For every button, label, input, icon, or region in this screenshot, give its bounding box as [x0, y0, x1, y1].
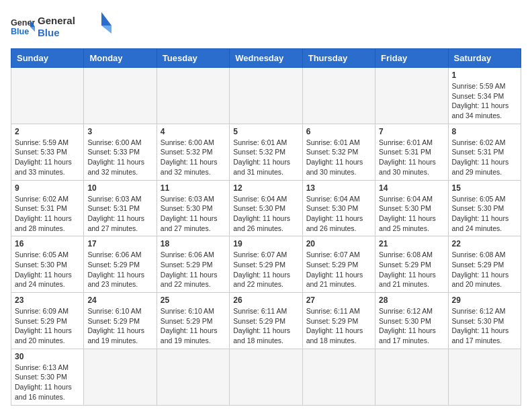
day-cell: 26Sunrise: 6:11 AMSunset: 5:29 PMDayligh…	[230, 293, 302, 349]
day-cell: 20Sunrise: 6:07 AMSunset: 5:29 PMDayligh…	[302, 236, 375, 293]
day-cell: 10Sunrise: 6:03 AMSunset: 5:31 PMDayligh…	[84, 180, 157, 236]
week-row-3: 9Sunrise: 6:02 AMSunset: 5:31 PMDaylight…	[11, 180, 521, 236]
day-cell: 6Sunrise: 6:01 AMSunset: 5:32 PMDaylight…	[302, 124, 375, 180]
svg-text:Blue: Blue	[38, 27, 60, 38]
weekday-tuesday: Tuesday	[157, 49, 229, 68]
day-number: 24	[87, 295, 152, 305]
day-info: Sunrise: 6:08 AMSunset: 5:29 PMDaylight:…	[379, 250, 444, 289]
day-number: 14	[379, 183, 444, 193]
day-cell: 11Sunrise: 6:03 AMSunset: 5:30 PMDayligh…	[157, 180, 229, 236]
day-cell: 19Sunrise: 6:07 AMSunset: 5:29 PMDayligh…	[230, 236, 302, 293]
day-cell: 23Sunrise: 6:09 AMSunset: 5:29 PMDayligh…	[11, 293, 84, 349]
day-cell: 4Sunrise: 6:00 AMSunset: 5:32 PMDaylight…	[157, 124, 229, 180]
day-info: Sunrise: 6:07 AMSunset: 5:29 PMDaylight:…	[233, 250, 298, 289]
day-cell	[84, 349, 157, 405]
day-info: Sunrise: 6:00 AMSunset: 5:33 PMDaylight:…	[87, 138, 152, 177]
day-info: Sunrise: 5:59 AMSunset: 5:33 PMDaylight:…	[15, 138, 80, 177]
day-cell	[230, 349, 302, 405]
day-cell: 13Sunrise: 6:04 AMSunset: 5:30 PMDayligh…	[302, 180, 375, 236]
weekday-sunday: Sunday	[11, 49, 84, 68]
day-cell: 9Sunrise: 6:02 AMSunset: 5:31 PMDaylight…	[11, 180, 84, 236]
day-info: Sunrise: 6:00 AMSunset: 5:32 PMDaylight:…	[161, 138, 226, 177]
svg-text:General: General	[38, 15, 75, 26]
day-number: 10	[87, 183, 152, 193]
day-cell: 21Sunrise: 6:08 AMSunset: 5:29 PMDayligh…	[375, 236, 448, 293]
day-cell	[448, 349, 521, 405]
day-info: Sunrise: 6:11 AMSunset: 5:29 PMDaylight:…	[306, 306, 371, 346]
day-info: Sunrise: 6:05 AMSunset: 5:30 PMDaylight:…	[15, 250, 80, 289]
day-cell	[11, 68, 84, 124]
weekday-friday: Friday	[375, 49, 448, 68]
day-cell: 29Sunrise: 6:12 AMSunset: 5:30 PMDayligh…	[448, 293, 521, 349]
day-number: 2	[15, 127, 80, 136]
day-number: 4	[161, 127, 226, 136]
day-info: Sunrise: 6:10 AMSunset: 5:29 PMDaylight:…	[87, 306, 152, 346]
day-number: 20	[306, 239, 371, 248]
day-number: 19	[233, 239, 298, 248]
day-cell: 22Sunrise: 6:08 AMSunset: 5:29 PMDayligh…	[448, 236, 521, 293]
day-cell: 7Sunrise: 6:01 AMSunset: 5:31 PMDaylight…	[375, 124, 448, 180]
weekday-monday: Monday	[84, 49, 157, 68]
day-number: 15	[452, 183, 517, 193]
day-info: Sunrise: 5:59 AMSunset: 5:34 PMDaylight:…	[452, 81, 517, 121]
day-number: 6	[306, 127, 371, 136]
day-info: Sunrise: 6:13 AMSunset: 5:30 PMDaylight:…	[15, 363, 80, 402]
day-number: 17	[87, 239, 152, 248]
generalblue-logo: General Blue	[38, 11, 112, 40]
day-number: 1	[452, 71, 517, 80]
day-info: Sunrise: 6:03 AMSunset: 5:31 PMDaylight:…	[87, 194, 152, 234]
day-info: Sunrise: 6:01 AMSunset: 5:32 PMDaylight:…	[306, 138, 371, 177]
day-info: Sunrise: 6:12 AMSunset: 5:30 PMDaylight:…	[452, 306, 517, 346]
day-cell: 28Sunrise: 6:12 AMSunset: 5:30 PMDayligh…	[375, 293, 448, 349]
day-info: Sunrise: 6:05 AMSunset: 5:30 PMDaylight:…	[452, 194, 517, 234]
weekday-wednesday: Wednesday	[230, 49, 302, 68]
day-cell	[157, 68, 229, 124]
week-row-1: 1Sunrise: 5:59 AMSunset: 5:34 PMDaylight…	[11, 68, 521, 124]
day-info: Sunrise: 6:03 AMSunset: 5:30 PMDaylight:…	[161, 194, 226, 234]
day-cell: 5Sunrise: 6:01 AMSunset: 5:32 PMDaylight…	[230, 124, 302, 180]
weekday-thursday: Thursday	[302, 49, 375, 68]
day-cell: 18Sunrise: 6:06 AMSunset: 5:29 PMDayligh…	[157, 236, 229, 293]
day-number: 18	[161, 239, 226, 248]
day-number: 30	[15, 352, 80, 361]
day-info: Sunrise: 6:11 AMSunset: 5:29 PMDaylight:…	[233, 306, 298, 346]
day-cell	[84, 68, 157, 124]
day-info: Sunrise: 6:09 AMSunset: 5:29 PMDaylight:…	[15, 306, 80, 346]
day-info: Sunrise: 6:06 AMSunset: 5:29 PMDaylight:…	[161, 250, 226, 289]
logo-icon: General Blue	[11, 15, 35, 39]
day-cell	[157, 349, 229, 405]
day-number: 16	[15, 239, 80, 248]
day-cell: 24Sunrise: 6:10 AMSunset: 5:29 PMDayligh…	[84, 293, 157, 349]
day-info: Sunrise: 6:12 AMSunset: 5:30 PMDaylight:…	[379, 306, 444, 346]
day-number: 25	[161, 295, 226, 305]
svg-marker-7	[101, 26, 112, 34]
day-number: 8	[452, 127, 517, 136]
day-number: 5	[233, 127, 298, 136]
svg-marker-6	[101, 12, 112, 26]
day-info: Sunrise: 6:01 AMSunset: 5:32 PMDaylight:…	[233, 138, 298, 177]
day-info: Sunrise: 6:01 AMSunset: 5:31 PMDaylight:…	[379, 138, 444, 177]
day-number: 29	[452, 295, 517, 305]
calendar-table: SundayMondayTuesdayWednesdayThursdayFrid…	[11, 48, 521, 406]
day-number: 22	[452, 239, 517, 248]
day-cell: 15Sunrise: 6:05 AMSunset: 5:30 PMDayligh…	[448, 180, 521, 236]
day-number: 13	[306, 183, 371, 193]
day-cell: 14Sunrise: 6:04 AMSunset: 5:30 PMDayligh…	[375, 180, 448, 236]
day-cell: 8Sunrise: 6:02 AMSunset: 5:31 PMDaylight…	[448, 124, 521, 180]
day-cell: 25Sunrise: 6:10 AMSunset: 5:29 PMDayligh…	[157, 293, 229, 349]
day-number: 12	[233, 183, 298, 193]
day-cell	[375, 68, 448, 124]
day-number: 3	[87, 127, 152, 136]
day-info: Sunrise: 6:10 AMSunset: 5:29 PMDaylight:…	[161, 306, 226, 346]
day-number: 27	[306, 295, 371, 305]
day-cell	[302, 68, 375, 124]
day-number: 11	[161, 183, 226, 193]
day-info: Sunrise: 6:07 AMSunset: 5:29 PMDaylight:…	[306, 250, 371, 289]
weekday-header-row: SundayMondayTuesdayWednesdayThursdayFrid…	[11, 49, 521, 68]
day-info: Sunrise: 6:04 AMSunset: 5:30 PMDaylight:…	[233, 194, 298, 234]
day-number: 28	[379, 295, 444, 305]
day-cell	[375, 349, 448, 405]
week-row-4: 16Sunrise: 6:05 AMSunset: 5:30 PMDayligh…	[11, 236, 521, 293]
day-info: Sunrise: 6:02 AMSunset: 5:31 PMDaylight:…	[452, 138, 517, 177]
day-cell: 17Sunrise: 6:06 AMSunset: 5:29 PMDayligh…	[84, 236, 157, 293]
